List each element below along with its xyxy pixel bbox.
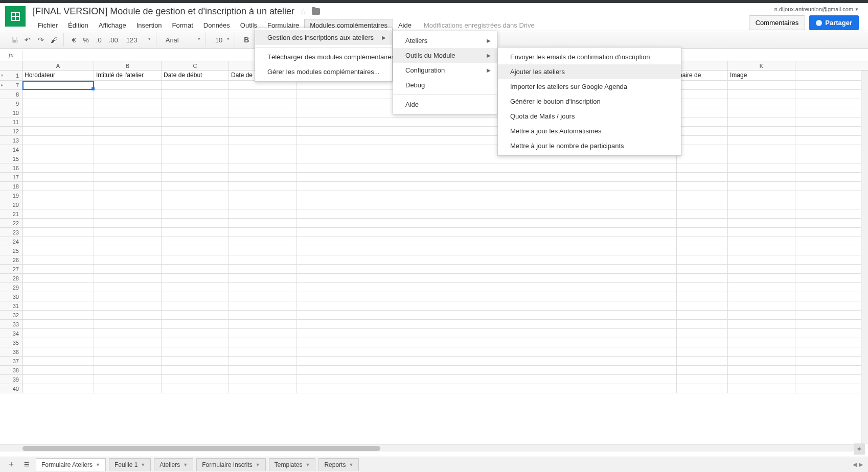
cell-B1[interactable]: Intitulé de l'atelier bbox=[94, 70, 162, 80]
row-header-24[interactable]: 24 bbox=[0, 237, 22, 246]
menu-item[interactable]: Ajouter les ateliers bbox=[498, 64, 681, 79]
row-header-28[interactable]: 28 bbox=[0, 274, 22, 283]
font-size-select[interactable]: 10 bbox=[211, 35, 232, 45]
sheet-tab[interactable]: Feuille 1▼ bbox=[109, 458, 151, 471]
table-row[interactable] bbox=[22, 209, 868, 219]
row-header-13[interactable]: 13 bbox=[0, 136, 22, 145]
menu-insertion[interactable]: Insertion bbox=[131, 19, 167, 31]
table-row[interactable] bbox=[22, 292, 868, 301]
menu-item[interactable]: Aide bbox=[393, 97, 497, 112]
table-row[interactable] bbox=[22, 311, 868, 320]
row-header-10[interactable]: 10 bbox=[0, 108, 22, 117]
table-row[interactable] bbox=[22, 338, 868, 347]
cell-C1[interactable]: Date de début bbox=[162, 70, 229, 80]
spreadsheet-grid[interactable]: A B C D K 178910111213141516171819202122… bbox=[0, 61, 868, 452]
menu-item[interactable]: Envoyer les emails de confirmation d'ins… bbox=[498, 50, 681, 64]
table-row[interactable] bbox=[22, 375, 868, 384]
row-header-18[interactable]: 18 bbox=[0, 182, 22, 191]
menu-fichier[interactable]: Fichier bbox=[33, 19, 63, 31]
row-header-34[interactable]: 34 bbox=[0, 329, 22, 338]
share-button[interactable]: Partager bbox=[809, 15, 859, 30]
row-header-39[interactable]: 39 bbox=[0, 375, 22, 384]
col-header-K[interactable]: K bbox=[728, 61, 795, 70]
sheet-tab[interactable]: Reports▼ bbox=[318, 458, 359, 471]
table-row[interactable] bbox=[22, 219, 868, 228]
menu-item[interactable]: Quota de Mails / jours bbox=[498, 109, 681, 124]
print-icon[interactable]: 🖶 bbox=[8, 34, 20, 46]
table-row[interactable] bbox=[22, 228, 868, 237]
explore-button[interactable]: ✦ bbox=[854, 443, 865, 455]
tab-navigation[interactable]: ◀ ▶ bbox=[853, 461, 863, 468]
table-row[interactable] bbox=[22, 136, 868, 145]
tab-prev-icon[interactable]: ◀ bbox=[853, 461, 857, 468]
row-header-25[interactable]: 25 bbox=[0, 246, 22, 255]
table-row[interactable] bbox=[22, 357, 868, 366]
row-header-33[interactable]: 33 bbox=[0, 320, 22, 329]
cell-K1[interactable]: Image bbox=[728, 70, 795, 80]
table-row[interactable] bbox=[22, 265, 868, 274]
col-header-A[interactable]: A bbox=[22, 61, 94, 70]
table-row[interactable] bbox=[22, 329, 868, 338]
table-row[interactable] bbox=[22, 154, 868, 163]
row-header-37[interactable]: 37 bbox=[0, 357, 22, 366]
table-row[interactable] bbox=[22, 117, 868, 127]
table-row[interactable] bbox=[22, 191, 868, 200]
table-row[interactable] bbox=[22, 163, 868, 173]
bold-button[interactable]: B bbox=[240, 34, 253, 46]
currency-format[interactable]: € bbox=[69, 36, 79, 44]
horizontal-scrollbar[interactable] bbox=[0, 444, 858, 452]
horizontal-scroll-thumb[interactable] bbox=[22, 446, 380, 451]
cell-partial[interactable]: naire de bbox=[677, 70, 728, 80]
all-sheets-button[interactable]: ≡ bbox=[20, 459, 33, 471]
folder-icon[interactable] bbox=[312, 8, 320, 15]
percent-format[interactable]: % bbox=[80, 36, 92, 44]
row-header-12[interactable]: 12 bbox=[0, 127, 22, 136]
row-header-26[interactable]: 26 bbox=[0, 255, 22, 265]
row-header-27[interactable]: 27 bbox=[0, 265, 22, 274]
row-header-9[interactable]: 9 bbox=[0, 99, 22, 108]
row-header-8[interactable]: 8 bbox=[0, 90, 22, 99]
row-header-20[interactable]: 20 bbox=[0, 200, 22, 209]
sheet-tab[interactable]: Formulaire Inscrits▼ bbox=[196, 458, 266, 471]
row-header-38[interactable]: 38 bbox=[0, 366, 22, 375]
row-header-21[interactable]: 21 bbox=[0, 209, 22, 219]
menu-item[interactable]: Télécharger des modules complémentaires.… bbox=[255, 50, 392, 64]
table-row[interactable] bbox=[22, 301, 868, 311]
table-row[interactable] bbox=[22, 127, 868, 136]
row-header-22[interactable]: 22 bbox=[0, 219, 22, 228]
menu-donnees[interactable]: Données bbox=[198, 19, 235, 31]
sheets-logo[interactable] bbox=[5, 6, 26, 27]
add-sheet-button[interactable]: + bbox=[5, 459, 17, 471]
col-header-B[interactable]: B bbox=[94, 61, 162, 70]
comments-button[interactable]: Commentaires bbox=[749, 15, 806, 30]
table-row[interactable] bbox=[22, 173, 868, 182]
table-row[interactable] bbox=[22, 237, 868, 246]
menu-item[interactable]: Gestion des inscriptions aux ateliers▶ bbox=[255, 30, 392, 45]
row-header-36[interactable]: 36 bbox=[0, 347, 22, 357]
row-header-14[interactable]: 14 bbox=[0, 145, 22, 154]
table-row[interactable] bbox=[22, 366, 868, 375]
tab-next-icon[interactable]: ▶ bbox=[859, 461, 863, 468]
row-header-30[interactable]: 30 bbox=[0, 292, 22, 301]
row-header-29[interactable]: 29 bbox=[0, 283, 22, 292]
table-row[interactable] bbox=[22, 283, 868, 292]
row-header-23[interactable]: 23 bbox=[0, 228, 22, 237]
sheet-tab[interactable]: Formulaire Ateliers▼ bbox=[36, 458, 106, 471]
menu-item[interactable]: Configuration▶ bbox=[393, 63, 497, 78]
increase-decimal[interactable]: .00 bbox=[106, 36, 121, 44]
table-row[interactable] bbox=[22, 384, 868, 393]
row-header-31[interactable]: 31 bbox=[0, 301, 22, 311]
table-row[interactable] bbox=[22, 255, 868, 265]
decrease-decimal[interactable]: .0 bbox=[93, 36, 105, 44]
undo-icon[interactable]: ↶ bbox=[21, 34, 34, 46]
row-header-1[interactable]: 1 bbox=[0, 70, 22, 81]
row-header-32[interactable]: 32 bbox=[0, 311, 22, 320]
table-row[interactable] bbox=[22, 182, 868, 191]
row-header-17[interactable]: 17 bbox=[0, 173, 22, 182]
table-row[interactable] bbox=[22, 200, 868, 209]
menu-item[interactable]: Générer le bouton d'inscription bbox=[498, 94, 681, 109]
vertical-scrollbar[interactable] bbox=[861, 70, 868, 444]
paint-format-icon[interactable]: 🖌 bbox=[48, 34, 60, 46]
row-header-40[interactable]: 40 bbox=[0, 384, 22, 393]
menu-item[interactable]: Mettre à jour les Automatismes bbox=[498, 124, 681, 138]
